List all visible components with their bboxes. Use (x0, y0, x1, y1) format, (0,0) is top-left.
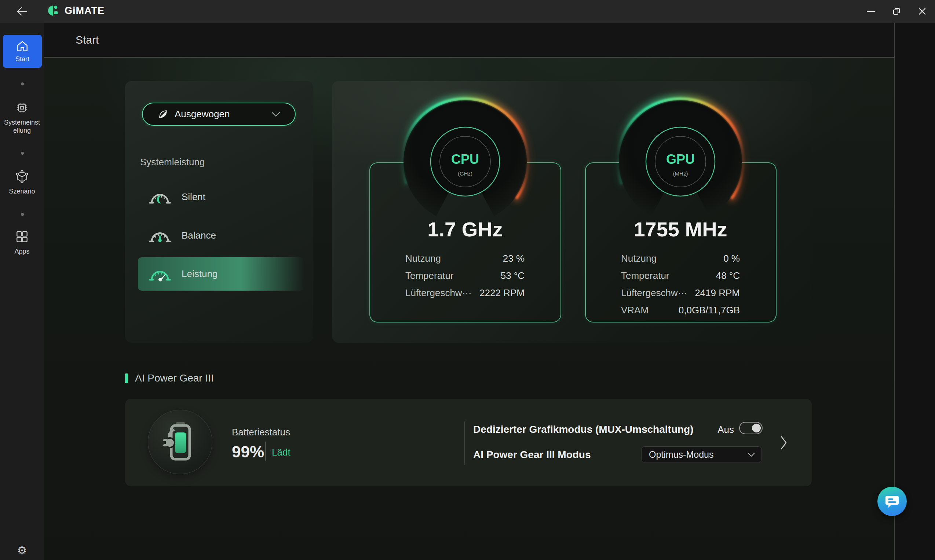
minimize-button[interactable] (858, 0, 884, 23)
battery-percent: 99% (232, 443, 264, 461)
app-title: GiMATE (65, 5, 105, 17)
power-profile-value: Ausgewogen (174, 108, 230, 120)
card-divider (464, 422, 465, 465)
section-title-text: AI Power Gear III (135, 372, 214, 384)
battery-status-label: Batteriestatus (232, 426, 290, 438)
gpu-stat-row: VRAM0,0GB/11,7GB (621, 302, 740, 319)
stat-label: Nutzung (405, 253, 441, 264)
cpu-stat-row: Temperatur53 °C (405, 267, 525, 285)
page-header: Start (44, 23, 894, 57)
cpu-stat-row: Lüftergeschw···2222 RPM (405, 285, 525, 302)
chip-icon (15, 101, 29, 115)
cpu-frequency-value: 1.7 GHz (392, 217, 538, 241)
chevron-down-icon (272, 112, 280, 117)
gpu-gauge: GPU (MHz) (607, 88, 754, 235)
gear-mode-label: AI Power Gear III Modus (473, 449, 591, 461)
cpu-gauge-unit: (GHz) (458, 171, 472, 177)
nav-dot (21, 152, 24, 155)
expand-chevron-icon[interactable] (780, 435, 788, 450)
stat-value: 0 % (724, 253, 740, 264)
restore-icon (893, 8, 900, 15)
gear-mode-dropdown[interactable]: Optimus-Modus (641, 446, 762, 463)
battery-divider (265, 442, 266, 461)
nav-dot (21, 213, 24, 216)
stat-label: Lüftergeschw··· (621, 287, 687, 299)
sidebar-item-label: Start (15, 55, 29, 63)
app-logo: GiMATE (47, 5, 105, 17)
battery-charging-icon (162, 421, 198, 463)
stat-value: 0,0GB/11,7GB (679, 305, 740, 316)
sidebar-item-label: Apps (3, 248, 42, 255)
accent-bar (125, 374, 128, 383)
mode-label: Silent (182, 191, 205, 203)
sidebar: Start Systemeinstellung Szenario (0, 23, 44, 560)
window-controls (858, 0, 935, 23)
chevron-down-icon (748, 452, 755, 457)
close-icon (918, 8, 926, 15)
gpu-gauge-label: GPU (666, 152, 695, 167)
sidebar-item-apps[interactable]: Apps (0, 230, 44, 255)
sidebar-item-label: Systemeinstellung (3, 118, 42, 134)
gear-mode-value: Optimus-Modus (649, 449, 713, 460)
back-button[interactable] (13, 4, 31, 19)
gimate-logo-icon (47, 5, 59, 17)
stat-label: VRAM (621, 305, 648, 316)
stat-value: 48 °C (716, 270, 740, 282)
cpu-gauge-label: CPU (451, 152, 479, 167)
sidebar-item-label: Szenario (3, 187, 42, 195)
sidebar-item-szenario[interactable]: Szenario (0, 170, 44, 195)
mode-label: Leistung (182, 268, 218, 280)
toggle-knob (752, 424, 761, 432)
mode-silent[interactable]: Silent (138, 180, 304, 214)
arrow-left-icon (16, 6, 28, 16)
leaf-icon (158, 109, 168, 119)
cpu-gauge: CPU (GHz) (392, 88, 538, 235)
systemleistung-heading: Systemleistung (140, 157, 205, 168)
page-title: Start (76, 34, 99, 46)
mux-toggle[interactable] (739, 422, 762, 434)
stat-label: Nutzung (621, 253, 657, 264)
minimize-icon (867, 11, 875, 12)
app-window: GiMATE Start Systemeinstel (0, 0, 935, 560)
stat-label: Temperatur (405, 270, 454, 282)
battery-charging-state: Lädt (272, 447, 290, 458)
stat-value: 53 °C (501, 270, 525, 282)
main-content: Ausgewogen Systemleistung Silent (44, 57, 894, 560)
gpu-frequency-value: 1755 MHz (607, 217, 754, 241)
cpu-stats: Nutzung23 % Temperatur53 °C Lüftergeschw… (405, 250, 525, 302)
gpu-stats: Nutzung0 % Temperatur48 °C Lüftergeschw·… (621, 250, 740, 319)
chat-button[interactable] (877, 487, 907, 516)
restore-button[interactable] (884, 0, 909, 23)
stat-value: 2419 RPM (695, 287, 740, 299)
power-profile-dropdown[interactable]: Ausgewogen (142, 103, 296, 126)
gauge-moon-icon (148, 189, 171, 206)
gear-icon: ⚙ (17, 544, 27, 557)
stat-label: Temperatur (621, 270, 670, 282)
gauge-needle-icon (148, 227, 171, 244)
mode-leistung-selected[interactable]: Leistung (138, 257, 304, 291)
sidebar-item-systemeinstellung[interactable]: Systemeinstellung (0, 101, 44, 134)
apps-grid-icon (15, 230, 29, 244)
chat-bubble-icon (885, 494, 900, 508)
cube-icon (15, 170, 29, 184)
title-bar: GiMATE (0, 0, 935, 23)
gpu-stat-row: Nutzung0 % (621, 250, 740, 267)
sidebar-item-start[interactable]: Start (3, 35, 42, 68)
gpu-stat-row: Temperatur48 °C (621, 267, 740, 285)
performance-panel: Ausgewogen Systemleistung Silent (125, 81, 313, 343)
mux-state-label: Aus (705, 424, 734, 435)
gauge-speed-icon (148, 266, 171, 283)
stat-value: 2222 RPM (480, 287, 525, 299)
right-margin (895, 23, 935, 560)
mode-balance[interactable]: Balance (138, 219, 304, 252)
ai-power-gear-heading: AI Power Gear III (125, 372, 214, 384)
home-icon (16, 40, 29, 52)
nav-dot (21, 83, 24, 85)
ai-power-gear-card: Batteriestatus 99% Lädt Dedizierter Graf… (125, 399, 812, 486)
close-button[interactable] (909, 0, 935, 23)
stat-label: Lüftergeschw··· (405, 287, 472, 299)
stat-value: 23 % (503, 253, 525, 264)
mode-label: Balance (182, 230, 216, 241)
battery-badge (148, 410, 212, 474)
settings-button[interactable]: ⚙ (0, 540, 44, 560)
